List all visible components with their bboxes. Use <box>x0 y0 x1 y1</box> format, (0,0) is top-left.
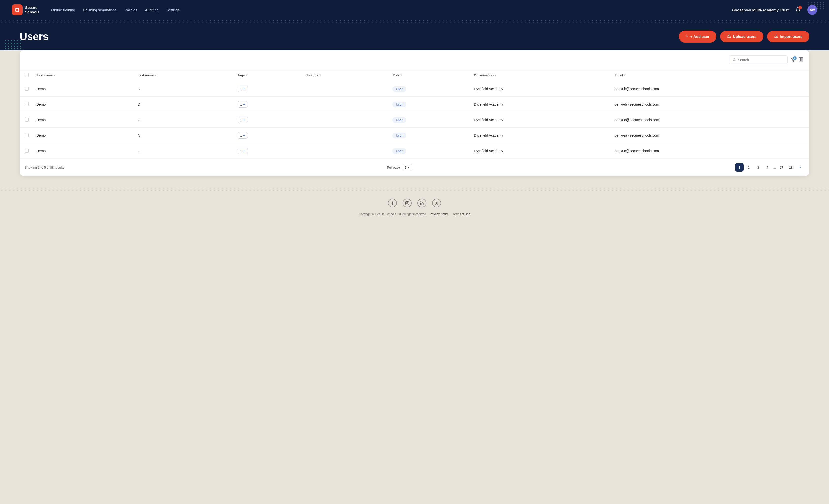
linkedin-icon[interactable] <box>418 199 426 208</box>
footer-dotted-divider <box>0 188 829 191</box>
table-row: Demo N 1 + User Dycefield Academy demo-n… <box>20 128 809 143</box>
page-btn-4[interactable]: 4 <box>763 163 772 172</box>
row-checkbox-cell <box>20 81 33 97</box>
tag-pill[interactable]: 1 + <box>238 117 248 123</box>
row-checkbox[interactable] <box>25 118 29 121</box>
cell-role: User <box>388 97 470 112</box>
cell-organisation: Dycefield Academy <box>470 143 610 159</box>
table-footer: Showing 1 to 5 of 88 results Per page 5 … <box>20 158 809 176</box>
tags-sort-icon: ∨ <box>246 74 248 76</box>
search-input[interactable] <box>738 58 784 62</box>
col-last-name-label: Last name <box>138 73 153 77</box>
page-btn-17[interactable]: 17 <box>777 163 786 172</box>
cell-email: demo-d@secureschools.com <box>610 97 809 112</box>
nav-item-auditing[interactable]: Auditing <box>145 8 158 12</box>
select-all-checkbox[interactable] <box>25 73 29 77</box>
tag-plus-icon[interactable]: + <box>243 133 245 137</box>
per-page-control: Per page 5 ▾ <box>387 164 412 171</box>
row-checkbox-cell <box>20 97 33 112</box>
nav-item-phishing-simulations[interactable]: Phishing simulations <box>83 8 117 12</box>
copyright-text: Copyright © Secure Schools Ltd. All righ… <box>359 212 426 216</box>
terms-of-use-link[interactable]: Terms of Use <box>453 212 470 216</box>
cell-email: demo-o@secureschools.com <box>610 112 809 128</box>
per-page-select[interactable]: 5 ▾ <box>402 164 412 171</box>
role-badge: User <box>392 86 406 92</box>
role-sort-icon: ∨ <box>400 74 402 76</box>
col-last-name[interactable]: Last name ∨ <box>134 69 233 81</box>
cell-organisation: Dycefield Academy <box>470 81 610 97</box>
tag-plus-icon[interactable]: + <box>243 118 245 122</box>
pagination-next-button[interactable]: › <box>796 163 804 172</box>
nav-item-online-training[interactable]: Online training <box>51 8 75 12</box>
privacy-notice-link[interactable]: Privacy Notice <box>430 212 449 216</box>
social-icons <box>12 199 817 208</box>
header: Secure Schools Online training Phishing … <box>0 0 829 20</box>
upload-users-label: Upload users <box>733 34 756 39</box>
col-email[interactable]: Email ∨ <box>610 69 809 81</box>
columns-button[interactable] <box>798 57 803 63</box>
col-job-title-label: Job title <box>306 73 318 77</box>
svg-rect-9 <box>405 201 408 205</box>
import-icon <box>774 34 778 39</box>
nav-item-policies[interactable]: Policies <box>124 8 137 12</box>
nav-item-settings[interactable]: Settings <box>167 8 180 12</box>
svg-rect-11 <box>420 203 421 205</box>
row-checkbox[interactable] <box>25 149 29 152</box>
cell-role: User <box>388 81 470 97</box>
org-name: Goosepool Multi-Academy Trust <box>732 8 789 12</box>
row-checkbox[interactable] <box>25 86 29 91</box>
tag-plus-icon[interactable]: + <box>243 149 245 153</box>
row-checkbox[interactable] <box>25 102 29 106</box>
twitter-x-icon[interactable] <box>432 199 441 208</box>
header-right: Goosepool Multi-Academy Trust 1 AW <box>732 5 817 15</box>
header-dotted-divider <box>0 20 829 23</box>
footer: Copyright © Secure Schools Ltd. All righ… <box>0 191 829 222</box>
row-checkbox-cell <box>20 143 33 159</box>
cell-tags: 1 + <box>233 143 302 159</box>
svg-line-5 <box>735 60 735 61</box>
logo-icon <box>12 4 23 15</box>
cell-organisation: Dycefield Academy <box>470 97 610 112</box>
hero-section: Users + + Add user Upload users <box>0 23 829 55</box>
bell-badge: 1 <box>798 6 802 9</box>
upload-users-button[interactable]: Upload users <box>720 31 763 42</box>
tag-plus-icon[interactable]: + <box>243 102 245 106</box>
tag-pill[interactable]: 1 + <box>238 101 248 108</box>
add-user-button[interactable]: + + Add user <box>679 31 716 43</box>
tag-plus-icon[interactable]: + <box>243 87 245 91</box>
header-dots-decoration <box>808 2 825 9</box>
logo-link[interactable]: Secure Schools <box>12 4 39 15</box>
tag-pill[interactable]: 1 + <box>238 132 248 139</box>
svg-point-12 <box>420 201 421 202</box>
cell-job-title <box>302 143 388 159</box>
cell-first-name: Demo <box>33 143 134 159</box>
page-btn-1[interactable]: 1 <box>735 163 744 172</box>
cell-email: demo-c@secureschools.com <box>610 143 809 159</box>
cell-job-title <box>302 81 388 97</box>
notification-bell-button[interactable]: 1 <box>794 5 802 14</box>
page-btn-3[interactable]: 3 <box>754 163 762 172</box>
job-title-sort-icon: ∨ <box>319 74 321 76</box>
cell-tags: 1 + <box>233 128 302 143</box>
add-user-label: + Add user <box>690 34 709 39</box>
import-users-button[interactable]: Import users <box>767 31 809 42</box>
hero-dots-left <box>5 40 21 49</box>
row-checkbox-cell <box>20 112 33 128</box>
tag-pill[interactable]: 1 + <box>238 148 248 154</box>
col-tags[interactable]: Tags ∨ <box>233 69 302 81</box>
page-btn-2[interactable]: 2 <box>745 163 753 172</box>
table-row: Demo K 1 + User Dycefield Academy demo-k… <box>20 81 809 97</box>
col-role[interactable]: Role ∨ <box>388 69 470 81</box>
pagination-ellipsis: ... <box>772 166 776 169</box>
upload-icon <box>727 34 731 39</box>
col-organisation[interactable]: Organisation ∨ <box>470 69 610 81</box>
col-first-name[interactable]: First name ∨ <box>33 69 134 81</box>
tag-pill[interactable]: 1 + <box>238 86 248 92</box>
instagram-icon[interactable] <box>403 199 411 208</box>
col-job-title[interactable]: Job title ∨ <box>302 69 388 81</box>
main-content: 0 First name ∨ <box>0 50 829 188</box>
row-checkbox[interactable] <box>25 133 29 137</box>
facebook-icon[interactable] <box>388 199 397 208</box>
filter-button[interactable]: 0 <box>791 57 796 62</box>
page-btn-18[interactable]: 18 <box>787 163 795 172</box>
